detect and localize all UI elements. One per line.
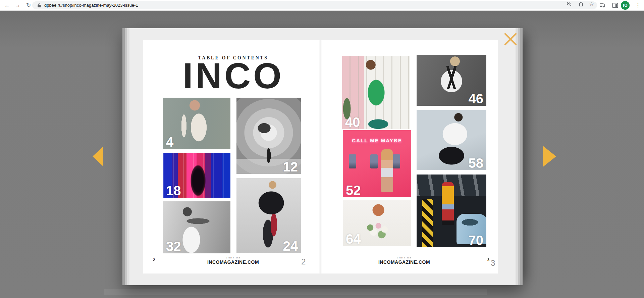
page-stack-edge — [127, 28, 129, 285]
neon-sign-text: CALL ME MAYBE — [343, 138, 411, 143]
forward-icon[interactable]: → — [13, 1, 22, 10]
page-stack-edge — [125, 28, 127, 285]
url-text[interactable]: dpbee.ru/shop/inco-magazine-may-2023-iss… — [44, 3, 138, 8]
viewer-page-number-right: 3 — [491, 258, 495, 268]
address-bar[interactable]: dpbee.ru/shop/inco-magazine-may-2023-iss… — [32, 1, 597, 9]
backdrop-reflection-strip — [104, 289, 487, 295]
close-icon[interactable] — [503, 32, 518, 47]
inco-logo: INCO — [181, 58, 286, 94]
website-label: INCOMAGAZINE.COM — [352, 259, 456, 265]
page-number-label: 24 — [283, 239, 298, 253]
toc-photo-lingerie: 4 — [163, 98, 230, 149]
model-shape — [381, 149, 393, 192]
browser-toolbar: ← → ↻ dpbee.ru/shop/inco-magazine-may-20… — [0, 0, 644, 11]
page-number-label: 70 — [469, 233, 484, 247]
toc-photo-green-top: 40 — [342, 56, 410, 129]
next-page-arrow[interactable] — [543, 146, 556, 167]
visit-us-label: VISIT US — [181, 256, 285, 259]
page-number-label: 18 — [166, 184, 181, 198]
lock-icon — [37, 3, 42, 8]
browser-menu-icon[interactable]: ⋮ — [635, 1, 641, 10]
visit-us-label: VISIT US — [352, 256, 456, 259]
website-label: INCOMAGAZINE.COM — [181, 259, 285, 265]
page-number-label: 32 — [166, 239, 181, 253]
page-stack-edge — [518, 28, 520, 285]
page-stack-edge — [516, 28, 518, 285]
toc-photo-puffer: 24 — [236, 178, 301, 253]
bookmark-star-icon[interactable]: ☆ — [589, 0, 595, 6]
back-icon[interactable]: ← — [3, 1, 11, 10]
suspenders-shape — [441, 66, 462, 89]
payphone-shape — [349, 154, 356, 168]
toc-photo-garage: 70 — [417, 175, 486, 247]
toc-photo-bouquet: 64 — [343, 200, 411, 246]
striped-pillar-shape — [422, 199, 433, 247]
viewer-page-number-left: 2 — [301, 257, 306, 266]
page-stack-edge — [122, 28, 125, 285]
media-controls-icon[interactable] — [599, 2, 606, 9]
left-page-footer: VISIT US INCOMAGAZINE.COM — [181, 256, 285, 265]
toc-photo-suspenders: 46 — [417, 55, 486, 106]
right-page-footer: VISIT US INCOMAGAZINE.COM — [352, 256, 456, 265]
page-number-label: 46 — [469, 92, 484, 106]
side-panel-icon[interactable] — [612, 2, 619, 9]
zoom-icon[interactable] — [566, 1, 572, 7]
toc-photo-arches: 12 — [236, 98, 301, 174]
page-stack-edge — [520, 28, 523, 285]
page-number-label: 58 — [469, 156, 484, 170]
left-page-folio: 2 — [153, 258, 155, 262]
page-number-label: 52 — [346, 183, 361, 197]
model-shape — [442, 182, 454, 225]
browser-window: ← → ↻ dpbee.ru/shop/inco-magazine-may-20… — [0, 0, 644, 298]
page-number-label: 64 — [346, 232, 361, 246]
payphone-shape — [393, 154, 400, 168]
page-number-label: 12 — [283, 160, 298, 174]
reload-icon[interactable]: ↻ — [24, 1, 33, 10]
page-number-label: 4 — [166, 135, 173, 149]
toc-photo-white-hoodie: 58 — [417, 110, 486, 170]
toc-photo-neon: 18 — [163, 153, 230, 198]
spread-center-seam — [319, 40, 322, 274]
previous-page-arrow[interactable] — [93, 147, 103, 166]
share-icon[interactable] — [578, 1, 584, 7]
right-page-folio: 3 — [487, 258, 489, 262]
toc-photo-payphones: CALL ME MAYBE 52 — [343, 130, 411, 197]
page-number-label: 40 — [345, 115, 360, 129]
profile-avatar[interactable]: Ю — [621, 1, 630, 10]
toc-photo-dancer: 32 — [163, 201, 230, 253]
payphone-shape — [370, 154, 378, 168]
